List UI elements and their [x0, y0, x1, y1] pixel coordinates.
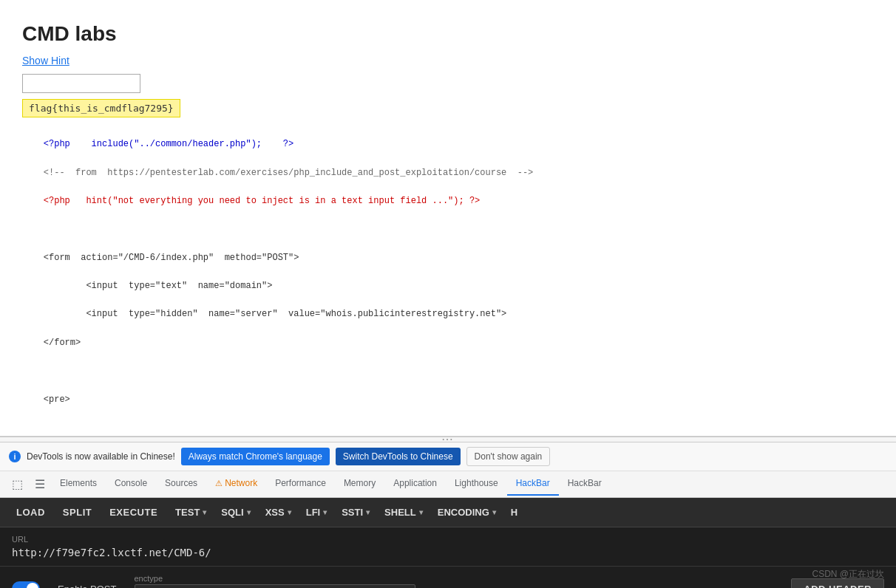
test-arrow-icon: ▾ [203, 508, 206, 516]
hackbar-execute-btn[interactable]: EXECUTE [102, 504, 165, 521]
info-icon: i [9, 451, 21, 462]
devtools-tabs-bar: ⬚ ☰ Elements Console Sources ⚠ Network P… [0, 471, 896, 498]
url-label: URL [12, 535, 884, 544]
enctype-group: enctype application/x-www-form-urlencode… [135, 574, 774, 588]
hackbar-test-btn[interactable]: TEST ▾ [168, 504, 211, 521]
tab-hackbar-active[interactable]: HackBar [507, 472, 559, 496]
tab-hackbar-2[interactable]: HackBar [559, 472, 611, 496]
devtools-info-message: DevTools is now available in Chinese! [27, 451, 175, 462]
hackbar-lfi-btn[interactable]: LFI ▾ [299, 504, 332, 521]
page-title: CMD labs [22, 22, 874, 46]
warning-icon: ⚠ [215, 479, 225, 488]
hackbar-content: URL http://f79e7fc2.lxctf.net/CMD-6/ Ena… [0, 527, 896, 588]
flag-box: flag{this_is_cmdflag7295} [22, 99, 180, 117]
xss-arrow-icon: ▾ [288, 508, 291, 516]
toggle-slider [12, 581, 40, 588]
tab-console[interactable]: Console [106, 472, 156, 496]
tab-application[interactable]: Application [384, 472, 446, 496]
hackbar-ssti-btn[interactable]: SSTI ▾ [334, 504, 374, 521]
switch-chinese-button[interactable]: Switch DevTools to Chinese [336, 448, 461, 465]
hackbar-encoding-btn[interactable]: ENCODING ▾ [430, 504, 500, 521]
lfi-arrow-icon: ▾ [323, 508, 327, 516]
dont-show-button[interactable]: Don't show again [466, 447, 551, 466]
tab-sources[interactable]: Sources [156, 472, 206, 496]
url-value[interactable]: http://f79e7fc2.lxctf.net/CMD-6/ [12, 547, 884, 558]
tab-lighthouse[interactable]: Lighthouse [446, 472, 507, 496]
devtools-info-bar: i DevTools is now available in Chinese! … [0, 442, 896, 471]
hackbar-split-btn[interactable]: SPLIT [55, 504, 99, 521]
shell-arrow-icon: ▾ [419, 508, 423, 516]
enable-post-label: Enable POST [58, 584, 117, 588]
hackbar-shell-btn[interactable]: SHELL ▾ [377, 504, 427, 521]
enctype-label: enctype [135, 574, 774, 583]
hackbar-url-section: URL http://f79e7fc2.lxctf.net/CMD-6/ [0, 527, 896, 567]
hackbar-h-btn[interactable]: H [503, 504, 526, 521]
code-block: <?php include("../common/header.php"); ?… [22, 123, 874, 421]
hackbar-sqli-btn[interactable]: SQLI ▾ [214, 504, 254, 521]
sqli-arrow-icon: ▾ [247, 508, 251, 516]
hackbar-load-btn[interactable]: LOAD [9, 504, 52, 521]
domain-input[interactable] [22, 74, 140, 93]
tab-performance[interactable]: Performance [266, 472, 335, 496]
show-hint-link[interactable]: Show Hint [22, 55, 874, 66]
enable-post-toggle[interactable] [12, 581, 40, 588]
mobile-icon[interactable]: ☰ [29, 473, 51, 496]
always-match-button[interactable]: Always match Chrome's language [181, 448, 330, 465]
encoding-arrow-icon: ▾ [492, 508, 496, 516]
drag-dots-icon: ⋯ [441, 432, 455, 446]
enctype-select[interactable]: application/x-www-form-urlencoded multip… [135, 584, 415, 588]
ssti-arrow-icon: ▾ [366, 508, 370, 516]
tab-elements[interactable]: Elements [51, 472, 106, 496]
footer-watermark: CSDN @正在过坎 [812, 568, 884, 581]
cursor-icon[interactable]: ⬚ [6, 473, 29, 496]
page-content: CMD labs Show Hint flag{this_is_cmdflag7… [0, 0, 896, 437]
drag-handle[interactable]: ⋯ [0, 437, 896, 442]
hackbar-xss-btn[interactable]: XSS ▾ [258, 504, 296, 521]
hackbar-toolbar: LOAD SPLIT EXECUTE TEST ▾ SQLI ▾ XSS ▾ L… [0, 498, 896, 527]
tab-memory[interactable]: Memory [335, 472, 384, 496]
tab-network[interactable]: ⚠ Network [206, 472, 266, 496]
hackbar-post-section: Enable POST enctype application/x-www-fo… [0, 567, 896, 588]
enctype-select-wrapper: application/x-www-form-urlencoded multip… [135, 584, 774, 588]
